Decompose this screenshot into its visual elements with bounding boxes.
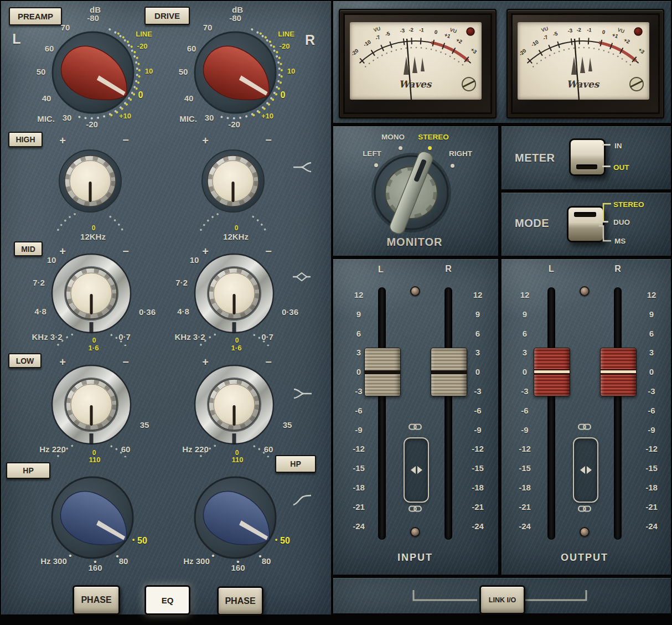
output-fader-track-left[interactable]	[547, 287, 555, 540]
svg-text:+1: +1	[611, 32, 619, 39]
svg-text:Waves: Waves	[399, 79, 432, 90]
svg-text:+1: +1	[443, 32, 452, 39]
input-link-icon-top	[409, 423, 422, 430]
meter-out-tick	[602, 166, 611, 167]
svg-text:-2: -2	[576, 27, 581, 33]
low-section-label: LOW	[8, 353, 42, 368]
output-right-label: R	[614, 264, 621, 274]
output-fader-left[interactable]	[534, 348, 570, 396]
hp-freq-knob-right[interactable]	[177, 459, 293, 576]
monitor-knob[interactable]	[359, 140, 464, 245]
svg-text:+2: +2	[455, 37, 463, 45]
phase-button-right[interactable]: PHASE	[217, 586, 263, 616]
svg-text:0: 0	[602, 29, 606, 35]
mode-title: MODE	[515, 217, 549, 230]
arrow-left-icon	[411, 466, 416, 474]
high-pass-icon	[292, 494, 312, 507]
output-led-bottom	[580, 527, 590, 537]
input-fader-track-right[interactable]	[444, 287, 452, 540]
preamp-gain-knob-right[interactable]	[177, 14, 293, 131]
link-io-button[interactable]: LINK I/O	[479, 585, 525, 614]
svg-text:-1: -1	[419, 27, 425, 33]
meter-title: METER	[515, 152, 555, 164]
svg-text:-20: -20	[350, 48, 360, 57]
input-led-top	[410, 286, 420, 296]
output-link-icon-top	[578, 423, 591, 430]
input-fader-right[interactable]	[431, 348, 467, 396]
svg-text:-3: -3	[567, 27, 573, 34]
low-knob-right[interactable]	[182, 352, 287, 457]
vu-meter-left: -20-10-7-5-3-2-10+1+2+3 VU VU Waves	[339, 9, 497, 118]
output-title: OUTPUT	[561, 552, 608, 564]
svg-text:-10: -10	[362, 39, 371, 48]
svg-text:Waves: Waves	[567, 79, 600, 90]
input-fader-left[interactable]	[364, 348, 401, 396]
hp-freq-knob-left[interactable]	[34, 459, 151, 576]
mode-option-stereo: STEREO	[613, 200, 644, 209]
meter-option-in: IN	[614, 142, 622, 150]
mode-option-duo: DUO	[613, 218, 630, 226]
svg-text:+2: +2	[623, 37, 631, 45]
input-link-icon-bottom	[409, 505, 422, 512]
svg-text:+3: +3	[469, 47, 478, 55]
meter-in-tick	[602, 144, 611, 146]
phase-button-left[interactable]: PHASE	[73, 585, 120, 615]
svg-text:-10: -10	[530, 39, 539, 48]
input-led-bottom	[410, 527, 420, 537]
monitor-title: MONITOR	[386, 236, 442, 249]
svg-text:-5: -5	[552, 30, 559, 37]
mode-bracket-ms	[598, 224, 612, 244]
high-section-label: HIGH	[8, 132, 43, 147]
arrow-right-icon	[587, 466, 592, 474]
meter-in-out-switch[interactable]	[569, 138, 606, 176]
output-fader-right[interactable]	[600, 348, 637, 396]
output-left-label: L	[549, 264, 554, 274]
mode-bracket-stereo	[598, 199, 612, 224]
mode-option-ms: MS	[614, 237, 626, 245]
eq-button[interactable]: EQ	[144, 585, 190, 615]
svg-text:VU: VU	[541, 26, 549, 33]
channel-left-label: L	[12, 31, 20, 47]
svg-text:-2: -2	[409, 27, 413, 33]
input-fader-track-left[interactable]	[378, 287, 386, 540]
low-knob-left[interactable]	[39, 352, 144, 457]
mid-knob-left[interactable]	[39, 241, 144, 346]
svg-text:-1: -1	[587, 27, 592, 33]
svg-text:0: 0	[434, 29, 438, 35]
high-gain-knob-left[interactable]	[40, 131, 140, 231]
low-shelf-icon	[293, 388, 313, 400]
input-link-button[interactable]	[404, 437, 429, 503]
svg-text:-7: -7	[374, 34, 381, 41]
arrow-right-icon	[417, 466, 422, 474]
svg-text:-7: -7	[542, 34, 549, 41]
input-title: INPUT	[397, 552, 433, 564]
vu-peak-lamp	[467, 28, 474, 35]
mid-knob-right[interactable]	[182, 241, 287, 346]
arrow-left-icon	[580, 466, 585, 474]
preamp-gain-knob-left[interactable]	[35, 14, 151, 131]
output-fader-track-right[interactable]	[614, 287, 622, 540]
svg-text:VU: VU	[373, 26, 381, 33]
vu-peak-lamp	[634, 28, 642, 35]
input-left-label: L	[378, 265, 384, 275]
high-gain-knob-right[interactable]	[183, 131, 283, 231]
svg-text:-5: -5	[384, 30, 391, 37]
output-link-icon-bottom	[578, 505, 591, 512]
channel-right-label: R	[305, 32, 315, 48]
channel-strip-plugin: PREAMP DRIVE L R dB-8070605040MIC.30-20L…	[0, 0, 672, 625]
mode-duo-tick	[600, 221, 608, 223]
bell-eq-icon	[292, 272, 312, 281]
svg-text:-20: -20	[518, 48, 528, 57]
meter-option-out: OUT	[613, 163, 629, 172]
svg-text:+3: +3	[637, 47, 645, 55]
output-link-button[interactable]	[573, 437, 598, 503]
output-led-top	[580, 286, 590, 296]
vu-meter-right: -20-10-7-5-3-2-10+1+2+3 VU VU Waves	[506, 9, 664, 118]
svg-text:-3: -3	[400, 27, 405, 34]
input-right-label: R	[445, 264, 452, 274]
high-shelf-icon	[292, 161, 312, 173]
